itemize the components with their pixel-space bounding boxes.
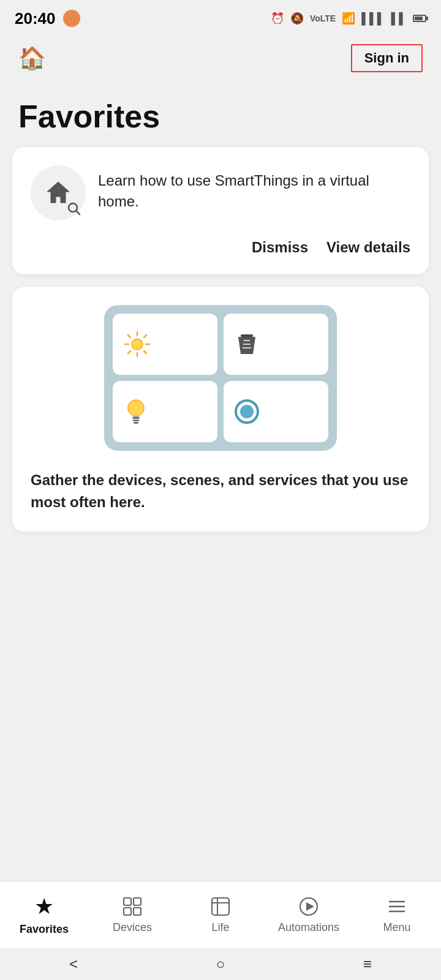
nav-label-devices: Devices [113, 921, 152, 934]
view-details-button[interactable]: View details [326, 239, 410, 256]
svg-line-7 [128, 335, 130, 337]
virtual-home-icon-wrap [31, 165, 86, 221]
user-icon [63, 10, 80, 27]
svg-point-2 [132, 339, 143, 350]
bulb-icon [124, 398, 148, 425]
svg-line-10 [128, 351, 130, 353]
sun-icon [124, 331, 151, 358]
widget-cell-fan[interactable] [224, 314, 328, 375]
svg-marker-28 [306, 902, 314, 911]
svg-rect-19 [134, 422, 138, 424]
svg-rect-22 [124, 908, 131, 915]
svg-rect-21 [134, 898, 141, 905]
nav-label-favorites: Favorites [20, 923, 69, 936]
automations-icon [298, 895, 320, 918]
mute-icon: 🔕 [290, 12, 304, 25]
home-icon: 🏠 [18, 45, 46, 71]
widget-description: Gather the devices, scenes, and services… [12, 457, 429, 532]
wifi-icon: 📶 [342, 12, 355, 25]
toggle-circle-icon [235, 399, 259, 424]
svg-line-8 [144, 351, 146, 353]
info-card: Learn how to use SmartThings in a virtua… [12, 147, 429, 274]
svg-rect-20 [124, 898, 131, 905]
info-card-text: Learn how to use SmartThings in a virtua… [98, 165, 410, 211]
info-card-actions: Dismiss View details [31, 239, 410, 256]
widget-grid-wrap [12, 287, 429, 457]
widget-cell-bulb[interactable] [113, 381, 217, 442]
battery-icon [413, 15, 426, 22]
nav-label-life: Life [211, 921, 229, 934]
bottom-nav: ★ Favorites Devices Life Automations [0, 881, 441, 948]
svg-rect-17 [132, 417, 140, 419]
svg-line-1 [76, 211, 80, 214]
exhaust-fan-icon [235, 332, 259, 356]
nav-item-favorites[interactable]: ★ Favorites [4, 894, 84, 936]
status-bar: 20:40 ⏰ 🔕 VoLTE 📶 ▌▌▌ ▌▌ [0, 0, 441, 37]
svg-rect-24 [212, 898, 229, 915]
status-icons: ⏰ 🔕 VoLTE 📶 ▌▌▌ ▌▌ [271, 12, 426, 25]
svg-rect-23 [134, 908, 141, 915]
nav-item-automations[interactable]: Automations [269, 895, 349, 934]
recents-button[interactable]: ≡ [363, 956, 372, 973]
info-card-content: Learn how to use SmartThings in a virtua… [31, 165, 410, 221]
widget-cell-circle[interactable] [224, 381, 328, 442]
top-bar: 🏠 Sign in [0, 37, 441, 80]
nav-item-life[interactable]: Life [181, 895, 260, 934]
search-icon [67, 202, 81, 216]
nav-item-devices[interactable]: Devices [92, 895, 172, 934]
page-title: Favorites [0, 80, 441, 147]
favorites-star-icon: ★ [34, 894, 54, 919]
svg-marker-12 [238, 337, 255, 354]
home-button[interactable]: ○ [216, 956, 225, 973]
svg-rect-18 [133, 420, 139, 421]
back-button[interactable]: < [69, 956, 78, 973]
svg-line-9 [144, 335, 146, 337]
circle-inner [240, 405, 254, 418]
widget-card: Gather the devices, scenes, and services… [12, 287, 429, 532]
alarm-icon: ⏰ [271, 12, 284, 25]
widget-cell-sun[interactable] [113, 314, 217, 375]
signal-icon1: ▌▌▌ [361, 12, 385, 25]
devices-icon [121, 895, 143, 918]
life-icon [209, 895, 232, 918]
svg-point-16 [128, 400, 144, 416]
widget-frame [104, 305, 337, 451]
system-nav: < ○ ≡ [0, 948, 441, 980]
status-time: 20:40 [15, 9, 56, 28]
nav-item-menu[interactable]: Menu [357, 895, 437, 934]
signal-icon2: ▌▌ [391, 12, 407, 25]
dismiss-button[interactable]: Dismiss [252, 239, 308, 256]
sign-in-button[interactable]: Sign in [351, 44, 423, 72]
nav-label-automations: Automations [278, 921, 339, 934]
volte-icon: VoLTE [310, 13, 336, 23]
menu-icon [386, 895, 408, 918]
nav-label-menu: Menu [383, 921, 410, 934]
svg-rect-11 [241, 334, 253, 337]
